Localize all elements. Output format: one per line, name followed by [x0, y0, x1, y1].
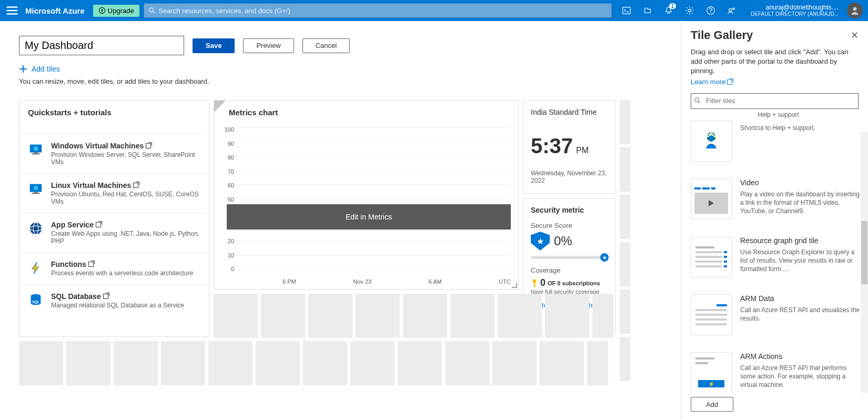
avatar[interactable] [847, 3, 863, 18]
notifications-icon[interactable]: 1 [658, 0, 679, 21]
svg-point-8 [853, 7, 857, 11]
person-icon [850, 5, 860, 16]
feedback-icon[interactable] [721, 0, 742, 21]
settings-icon[interactable] [679, 0, 700, 21]
menu-icon[interactable] [5, 4, 19, 17]
search-icon [148, 7, 156, 14]
topbar-icons: 1 [616, 0, 742, 21]
upgrade-icon [98, 7, 106, 14]
global-search[interactable] [144, 3, 612, 18]
account-directory: DEFAULT DIRECTORY (ANURAJD... [751, 11, 839, 17]
help-icon[interactable] [700, 0, 721, 21]
directories-icon[interactable] [637, 0, 658, 21]
account-email: anuraj@dotnetthoughts.... [766, 4, 839, 11]
upgrade-label: Upgrade [108, 7, 134, 15]
svg-line-2 [153, 12, 155, 13]
svg-rect-3 [623, 7, 630, 14]
cloud-shell-icon[interactable] [616, 0, 637, 21]
brand-label[interactable]: Microsoft Azure [23, 6, 89, 15]
upgrade-button[interactable]: Upgrade [93, 5, 139, 17]
svg-point-7 [729, 8, 732, 11]
svg-point-6 [710, 12, 711, 13]
topbar: Microsoft Azure Upgrade 1 anuraj@dotnett… [0, 0, 868, 21]
svg-point-1 [149, 8, 153, 12]
account-info[interactable]: anuraj@dotnetthoughts.... DEFAULT DIRECT… [746, 4, 841, 17]
notification-count-badge: 1 [669, 3, 677, 9]
svg-point-4 [688, 9, 691, 12]
search-input[interactable] [158, 7, 607, 15]
